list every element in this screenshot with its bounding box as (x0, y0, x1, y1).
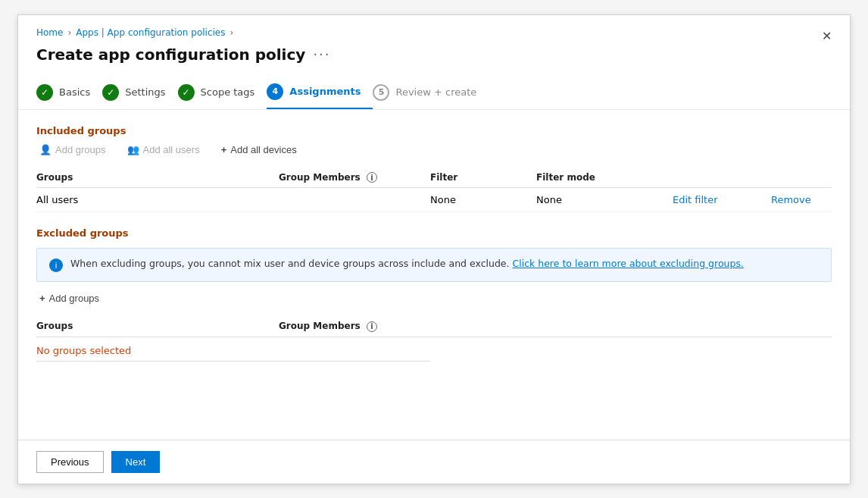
row-filter-mode: None (536, 194, 673, 205)
breadcrumb: Home › Apps | App configuration policies… (36, 27, 832, 38)
col-edit (673, 172, 771, 183)
excluded-info-box: i When excluding groups, you cannot mix … (36, 248, 832, 282)
next-button[interactable]: Next (111, 451, 161, 473)
step-scope-tags-label: Scope tags (201, 86, 255, 98)
no-groups-message: No groups selected (36, 337, 832, 359)
excl-col-groups: Groups (36, 321, 279, 332)
edit-filter-link[interactable]: Edit filter (673, 194, 771, 205)
close-button[interactable]: ✕ (816, 26, 838, 46)
col-filter-mode: Filter mode (536, 172, 673, 183)
step-review-create-num: 5 (373, 84, 389, 101)
step-basics-check-icon: ✓ (36, 84, 53, 101)
excluded-table-header: Groups Group Members i (36, 316, 832, 337)
group-members-info-icon[interactable]: i (367, 172, 377, 183)
previous-button[interactable]: Previous (36, 451, 104, 473)
included-actions-row: 👤 Add groups 👥 Add all users + Add all d… (36, 143, 832, 157)
breadcrumb-sep1: › (67, 27, 71, 38)
excl-col-group-members: Group Members i (279, 321, 430, 332)
person-icon: 👤 (39, 144, 52, 155)
col-groups: Groups (36, 172, 279, 183)
add-groups-button-included[interactable]: 👤 Add groups (36, 143, 109, 157)
excluded-table: Groups Group Members i No groups selecte… (36, 316, 832, 362)
add-groups-label: Add groups (55, 144, 106, 155)
step-scope-tags-check-icon: ✓ (178, 84, 195, 101)
info-box-link[interactable]: Click here to learn more about excluding… (513, 258, 744, 269)
step-settings-label: Settings (125, 86, 165, 98)
excl-group-members-info-icon[interactable]: i (367, 321, 377, 332)
modal-header: Home › Apps | App configuration policies… (18, 15, 850, 110)
row-group-name: All users (36, 194, 279, 205)
plus-icon-excluded: + (39, 293, 45, 304)
step-settings[interactable]: ✓ Settings (102, 77, 177, 108)
breadcrumb-home[interactable]: Home (36, 27, 63, 38)
col-filter: Filter (430, 172, 536, 183)
create-policy-modal: Home › Apps | App configuration policies… (17, 14, 851, 484)
excluded-table-divider (36, 361, 430, 362)
wizard-steps: ✓ Basics ✓ Settings ✓ Scope tags 4 Assig… (36, 76, 832, 109)
add-all-devices-label: Add all devices (230, 144, 296, 155)
modal-footer: Previous Next (18, 440, 850, 484)
person-group-icon: 👥 (127, 144, 139, 155)
excluded-groups-section-title: Excluded groups (36, 227, 832, 239)
add-all-users-button[interactable]: 👥 Add all users (124, 143, 203, 157)
add-all-users-label: Add all users (143, 144, 200, 155)
step-settings-check-icon: ✓ (102, 84, 119, 101)
remove-link[interactable]: Remove (771, 194, 847, 205)
add-all-devices-button[interactable]: + Add all devices (218, 143, 300, 157)
step-assignments[interactable]: 4 Assignments (267, 76, 373, 109)
add-groups-button-excluded[interactable]: + Add groups (36, 291, 102, 305)
step-basics-label: Basics (59, 86, 90, 98)
step-assignments-num: 4 (267, 83, 283, 100)
table-row: All users None None Edit filter Remove (36, 188, 832, 212)
included-table-header: Groups Group Members i Filter Filter mod… (36, 168, 832, 189)
step-review-create[interactable]: 5 Review + create (373, 77, 489, 108)
title-row: Create app configuration policy ··· (36, 45, 832, 64)
more-options-icon[interactable]: ··· (313, 46, 330, 62)
row-filter: None (430, 194, 536, 205)
info-box-text: When excluding groups, you cannot mix us… (70, 258, 744, 269)
step-review-create-label: Review + create (395, 86, 476, 98)
page-title: Create app configuration policy (36, 45, 305, 64)
included-groups-section-title: Included groups (36, 125, 832, 136)
plus-icon: + (221, 144, 227, 155)
step-assignments-label: Assignments (289, 86, 361, 97)
col-group-members: Group Members i (279, 172, 430, 183)
included-table: Groups Group Members i Filter Filter mod… (36, 168, 832, 213)
step-scope-tags[interactable]: ✓ Scope tags (178, 77, 267, 108)
breadcrumb-apps[interactable]: Apps | App configuration policies (76, 27, 225, 38)
add-groups-excluded-label: Add groups (49, 293, 100, 304)
breadcrumb-sep2: › (229, 27, 233, 38)
step-basics[interactable]: ✓ Basics (36, 77, 102, 108)
excluded-actions-row: + Add groups (36, 291, 832, 305)
info-box-icon: i (49, 258, 63, 272)
col-remove (771, 172, 847, 183)
modal-content: Included groups 👤 Add groups 👥 Add all u… (18, 110, 850, 440)
